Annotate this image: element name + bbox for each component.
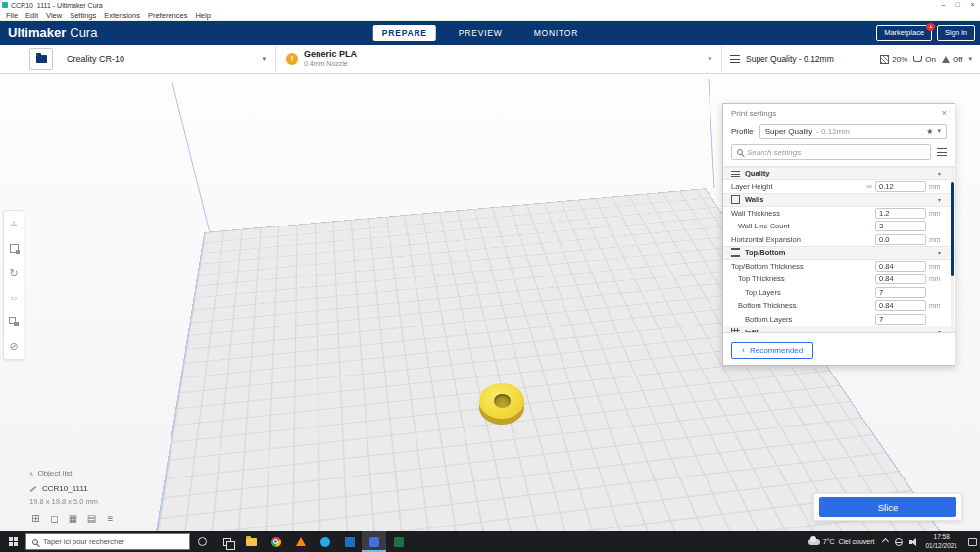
object-list-toggle[interactable]: ∧ Object list [29,469,117,477]
taskbar-cortana-button[interactable] [190,531,215,552]
tab-monitor[interactable]: MONITOR [525,25,588,41]
taskbar-apps [190,531,411,552]
taskbar-excel-button[interactable] [386,531,411,552]
support-blocker-icon: ⊘ [9,341,18,352]
minimize-button[interactable]: – [936,0,951,10]
slice-panel: Slice [813,493,962,521]
value-input-layer-height[interactable]: 0.12 [875,181,926,192]
section-top-bottom[interactable]: Top/Bottom▾ [723,246,955,260]
section-walls[interactable]: Walls▾ [723,193,955,207]
slice-button[interactable]: Slice [819,497,956,517]
setting-label: Bottom Thickness [738,301,875,310]
weather-desc: Ciel couvert [838,538,874,545]
setting-top-bottom-thickness: Top/Bottom Thickness0.84mm [723,260,955,274]
skype-icon [320,537,330,547]
scrollbar-thumb[interactable] [951,182,954,276]
value-input-bottom-layers[interactable]: 7 [875,314,926,325]
menu-settings[interactable]: Settings [66,11,100,20]
settings-scrollbar[interactable] [951,169,954,330]
settings-search-input[interactable]: Search settings [731,144,931,160]
recommended-button[interactable]: ‹ Recommended [731,342,813,359]
object-list-item[interactable]: CCR10_1111 [29,484,117,493]
mirror-icon: ⇔ [9,292,20,303]
menu-help[interactable]: Help [191,11,214,20]
marketplace-badge: 1 [926,23,935,31]
settings-filter-icon[interactable] [937,148,947,156]
value-input-top-bottom-thickness[interactable]: 0.84 [875,261,926,272]
move-tool-button[interactable] [6,216,22,231]
close-icon[interactable]: × [942,108,947,118]
taskbar-outlook-button[interactable] [337,531,362,552]
value-input-top-thickness[interactable]: 0.84 [875,274,926,284]
open-file-button[interactable] [29,48,53,70]
chevron-down-icon: ▾ [938,249,941,256]
value-input-horizontal-expansion[interactable]: 0.0 [875,234,926,245]
rotate-tool-button[interactable]: ↻ [6,265,22,280]
per-model-settings-tool-button[interactable] [6,314,22,329]
value-input-wall-line-count[interactable]: 3 [875,221,926,231]
brand-name: Ultimaker [8,25,66,40]
tab-preview[interactable]: PREVIEW [450,25,512,41]
section-infill[interactable]: Infill▾ [723,326,955,332]
menu-file[interactable]: File [2,11,22,20]
network-icon[interactable] [895,538,903,546]
infill-icon [731,328,740,332]
marketplace-button[interactable]: Marketplace 1 [876,25,932,41]
mirror-tool-button[interactable]: ⇔ [6,289,22,305]
file-explorer-icon [246,538,257,546]
print-settings-title: Print settings [731,109,776,118]
add-model-button[interactable]: ⊞ [29,512,42,525]
support-blocker-tool-button[interactable]: ⊘ [6,338,22,354]
taskbar-skype-button[interactable] [313,531,337,552]
profile-dropdown[interactable]: Super Quality - 0.12mm ★ ▾ [760,124,947,139]
hidden-icons-chevron[interactable] [882,538,889,545]
list-icon: ≡ [108,513,114,524]
printer-name: Creality CR-10 [67,54,124,64]
value-input-top-layers[interactable]: 7 [875,287,926,298]
signin-button[interactable]: Sign in [937,25,975,41]
scale-icon [10,244,19,253]
action-center-icon[interactable] [968,538,977,546]
model-item-icon [29,485,36,492]
printer-selector[interactable]: Creality CR-10 ▾ [59,45,276,73]
tab-prepare[interactable]: PREPARE [373,25,436,41]
setting-label: Top/Bottom Thickness [731,262,875,271]
value-input-bottom-thickness[interactable]: 0.84 [875,300,926,311]
taskbar-search-input[interactable]: Taper ici pour rechercher [25,533,190,550]
chevron-down-icon: ▾ [937,127,941,135]
taskbar-task-view-button[interactable] [215,531,239,552]
taskbar-vlc-button[interactable] [288,531,313,552]
cortana-icon [198,537,207,546]
object-list-label: Object list [37,469,72,477]
arrange-button[interactable]: ▤ [85,512,98,525]
weather-widget[interactable]: 7°C Ciel couvert [808,538,877,545]
menu-edit[interactable]: Edit [22,11,42,20]
list-button[interactable]: ≡ [104,512,117,525]
value-input-wall-thickness[interactable]: 1.2 [875,208,926,219]
menu-view[interactable]: View [42,11,66,20]
start-button[interactable] [0,531,25,552]
chevron-down-icon: ▾ [708,55,711,63]
menu-preferences[interactable]: Preferences [144,11,191,20]
taskbar-cura-button[interactable] [362,531,386,552]
multiply-button[interactable]: ▦ [67,512,79,525]
multiply-icon: ▦ [69,513,77,524]
taskbar-file-explorer-button[interactable] [239,531,264,552]
menu-extensions[interactable]: Extensions [100,11,144,20]
section-label: Walls [745,195,763,204]
object-toolbar: ⊞◻▦▤≡ [29,512,117,525]
setting-label: Layer Height [731,182,866,191]
scale-tool-button[interactable] [6,240,22,256]
taskbar-chrome-button[interactable] [264,531,288,552]
close-button[interactable]: × [965,0,980,10]
material-selector[interactable]: ! Generic PLA 0.4mm Nozzle ▾ [276,45,722,73]
speaker-icon[interactable] [909,538,918,546]
duplicate-button[interactable]: ◻ [48,512,61,525]
section-quality[interactable]: Quality▾ [723,167,955,180]
chrome-icon [271,537,281,547]
material-name: Generic PLA [304,49,357,60]
taskbar-clock[interactable]: 17:58 01/12/2021 [925,533,957,551]
maximize-button[interactable]: □ [951,0,965,10]
print-setup-selector[interactable]: Super Quality - 0.12mm 20% On Off ▾ [722,45,980,73]
model-3d[interactable] [479,383,524,425]
